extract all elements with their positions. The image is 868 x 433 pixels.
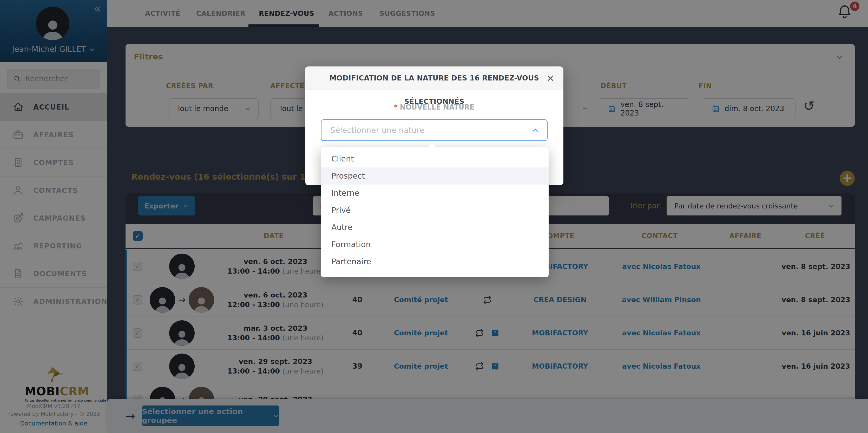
option-client[interactable]: Client	[321, 150, 549, 167]
required-mark: *	[394, 103, 398, 111]
modal-header: MODIFICATION DE LA NATURE DES 16 RENDEZ-…	[305, 66, 563, 90]
option-prospect[interactable]: Prospect	[321, 167, 549, 185]
option-partenaire[interactable]: Partenaire	[321, 253, 549, 270]
modal-title: MODIFICATION DE LA NATURE DES 16 RENDEZ-…	[305, 66, 563, 90]
option-prive[interactable]: Privé	[321, 202, 549, 219]
nature-select[interactable]: Sélectionner une nature	[321, 120, 548, 141]
option-interne[interactable]: Interne	[321, 185, 549, 202]
option-autre[interactable]: Autre	[321, 219, 549, 236]
nature-options-dropdown: Client Prospect Interne Privé Autre Form…	[321, 147, 549, 277]
nature-field-label: *NOUVELLE NATURE	[305, 103, 563, 111]
option-formation[interactable]: Formation	[321, 236, 549, 253]
close-icon[interactable]: ×	[546, 66, 555, 90]
nature-select-placeholder: Sélectionner une nature	[330, 126, 531, 135]
chevron-up-icon	[531, 126, 540, 135]
